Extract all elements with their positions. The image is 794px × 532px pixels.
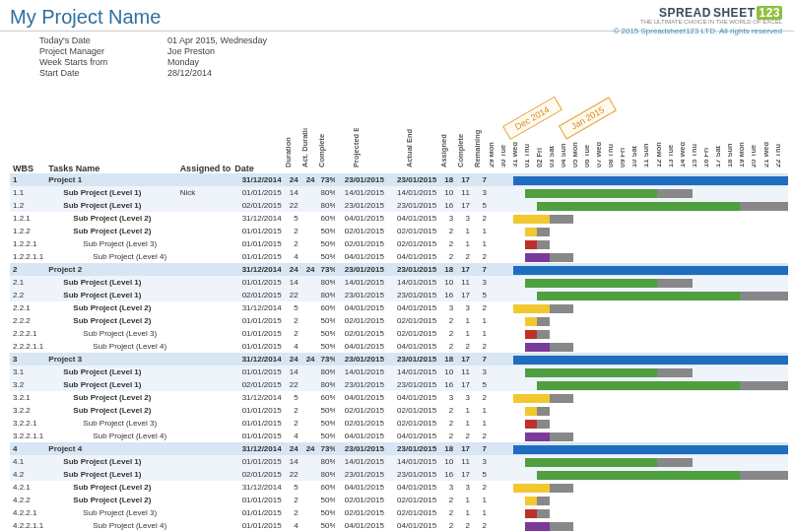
cell-asg[interactable]: 10 [439, 366, 456, 378]
cell-cmp[interactable]: 3 [456, 212, 473, 225]
cell-adur[interactable]: 24 [301, 173, 318, 186]
cell-rem[interactable]: 3 [473, 455, 490, 468]
cell-assigned[interactable] [177, 430, 232, 442]
cell-task[interactable]: Sub Project (Level 2) [45, 481, 176, 494]
cell-pend[interactable]: 04/01/2015 [335, 212, 387, 225]
cell-adur[interactable] [301, 340, 318, 353]
cell-cmp[interactable]: 17 [456, 353, 473, 366]
cell-wbs[interactable]: 2.1 [10, 276, 45, 289]
cell-adur[interactable] [301, 506, 318, 519]
cell-rem[interactable]: 2 [473, 250, 490, 263]
cell-wbs[interactable]: 2.2.2.1 [10, 327, 45, 340]
cell-asg[interactable]: 2 [439, 250, 456, 263]
cell-adur[interactable] [301, 250, 318, 263]
cell-comp[interactable]: 60% [318, 391, 335, 404]
cell-asg[interactable]: 3 [439, 391, 456, 404]
cell-dur[interactable]: 22 [285, 468, 301, 481]
table-row[interactable]: 4.2.1Sub Project (Level 2)31/12/2014560%… [10, 481, 788, 494]
cell-assigned[interactable] [177, 366, 232, 378]
cell-date[interactable]: 01/01/2015 [232, 225, 284, 237]
cell-task[interactable]: Sub Project (Level 1) [45, 455, 176, 468]
cell-date[interactable]: 31/12/2014 [232, 442, 284, 455]
cell-wbs[interactable]: 3.1 [10, 366, 45, 378]
cell-aend[interactable]: 14/01/2015 [387, 186, 439, 199]
cell-assigned[interactable] [177, 199, 232, 212]
cell-assigned[interactable] [177, 417, 232, 430]
cell-aend[interactable]: 04/01/2015 [387, 519, 439, 532]
cell-comp[interactable]: 50% [318, 430, 335, 442]
cell-comp[interactable]: 50% [318, 519, 335, 532]
table-row[interactable]: 1.2.2Sub Project (Level 2)01/01/2015250%… [10, 225, 788, 237]
cell-cmp[interactable]: 1 [456, 494, 473, 506]
table-row[interactable]: 3Project 331/12/2014242473%23/01/201523/… [10, 353, 788, 366]
cell-dur[interactable]: 14 [285, 276, 301, 289]
cell-adur[interactable] [301, 366, 318, 378]
cell-cmp[interactable]: 11 [456, 276, 473, 289]
cell-dur[interactable]: 4 [285, 430, 301, 442]
cell-wbs[interactable]: 2.2.1 [10, 301, 45, 314]
cell-comp[interactable]: 80% [318, 186, 335, 199]
cell-comp[interactable]: 50% [318, 225, 335, 237]
cell-cmp[interactable]: 17 [456, 173, 473, 186]
cell-pend[interactable]: 04/01/2015 [335, 340, 387, 353]
cell-date[interactable]: 01/01/2015 [232, 506, 284, 519]
cell-wbs[interactable]: 4.2.2 [10, 494, 45, 506]
table-row[interactable]: 2.2.2.1Sub Project (Level 3)01/01/201525… [10, 327, 788, 340]
cell-wbs[interactable]: 4.1 [10, 455, 45, 468]
cell-assigned[interactable] [177, 327, 232, 340]
cell-rem[interactable]: 5 [473, 378, 490, 391]
cell-rem[interactable]: 2 [473, 519, 490, 532]
cell-dur[interactable]: 14 [285, 366, 301, 378]
table-row[interactable]: 2.2.2.1.1Sub Project (Level 4)01/01/2015… [10, 340, 788, 353]
cell-task[interactable]: Sub Project (Level 1) [45, 366, 176, 378]
cell-assigned[interactable] [177, 468, 232, 481]
cell-pend[interactable]: 04/01/2015 [335, 481, 387, 494]
cell-task[interactable]: Sub Project (Level 2) [45, 494, 176, 506]
cell-aend[interactable]: 02/01/2015 [387, 225, 439, 237]
cell-adur[interactable] [301, 186, 318, 199]
cell-comp[interactable]: 80% [318, 289, 335, 301]
cell-comp[interactable]: 80% [318, 366, 335, 378]
table-row[interactable]: 1.2.2.1Sub Project (Level 3)01/01/201525… [10, 237, 788, 250]
cell-asg[interactable]: 2 [439, 340, 456, 353]
cell-aend[interactable]: 04/01/2015 [387, 301, 439, 314]
cell-assigned[interactable] [177, 301, 232, 314]
cell-assigned[interactable] [177, 442, 232, 455]
cell-date[interactable]: 31/12/2014 [232, 212, 284, 225]
cell-date[interactable]: 01/01/2015 [232, 314, 284, 327]
cell-assigned[interactable]: Nick [177, 186, 232, 199]
cell-aend[interactable]: 04/01/2015 [387, 481, 439, 494]
cell-assigned[interactable] [177, 404, 232, 417]
cell-cmp[interactable]: 17 [456, 289, 473, 301]
cell-comp[interactable]: 50% [318, 314, 335, 327]
cell-rem[interactable]: 1 [473, 314, 490, 327]
table-row[interactable]: 4.2.2Sub Project (Level 2)01/01/2015250%… [10, 494, 788, 506]
cell-cmp[interactable]: 17 [456, 468, 473, 481]
cell-wbs[interactable]: 3.2 [10, 378, 45, 391]
cell-asg[interactable]: 3 [439, 212, 456, 225]
cell-rem[interactable]: 1 [473, 404, 490, 417]
cell-comp[interactable]: 73% [318, 263, 335, 276]
cell-cmp[interactable]: 1 [456, 404, 473, 417]
cell-comp[interactable]: 60% [318, 301, 335, 314]
cell-dur[interactable]: 14 [285, 186, 301, 199]
cell-comp[interactable]: 50% [318, 327, 335, 340]
cell-aend[interactable]: 23/01/2015 [387, 353, 439, 366]
cell-task[interactable]: Project 3 [45, 353, 176, 366]
cell-wbs[interactable]: 3.2.2.1.1 [10, 430, 45, 442]
cell-cmp[interactable]: 2 [456, 340, 473, 353]
cell-dur[interactable]: 24 [285, 353, 301, 366]
table-row[interactable]: 4Project 431/12/2014242473%23/01/201523/… [10, 442, 788, 455]
cell-comp[interactable]: 60% [318, 481, 335, 494]
cell-wbs[interactable]: 4.2 [10, 468, 45, 481]
cell-rem[interactable]: 5 [473, 468, 490, 481]
cell-pend[interactable]: 02/01/2015 [335, 327, 387, 340]
cell-task[interactable]: Sub Project (Level 4) [45, 250, 176, 263]
cell-pend[interactable]: 04/01/2015 [335, 250, 387, 263]
cell-wbs[interactable]: 1.1 [10, 186, 45, 199]
cell-task[interactable]: Sub Project (Level 4) [45, 519, 176, 532]
cell-dur[interactable]: 5 [285, 391, 301, 404]
cell-wbs[interactable]: 1.2.2.1.1 [10, 250, 45, 263]
cell-cmp[interactable]: 1 [456, 327, 473, 340]
cell-task[interactable]: Sub Project (Level 1) [45, 276, 176, 289]
